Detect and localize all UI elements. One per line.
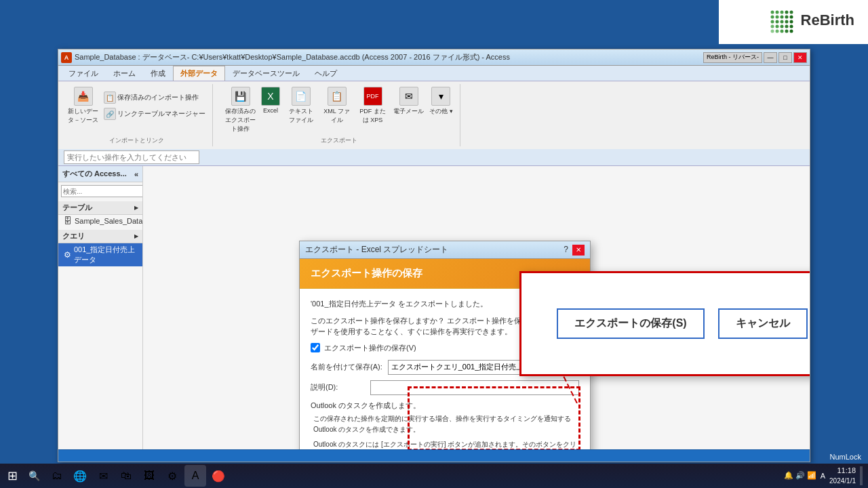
taskbar-app-chrome[interactable]: 🔴 — [208, 465, 229, 487]
other-label: その他 ▾ — [429, 107, 453, 116]
link-table-btn[interactable]: 🔗 リンクテーブルマネージャー — [102, 106, 207, 121]
rebirth-logo: ReBirth — [768, 7, 854, 34]
title-bar-controls: ReBirth - リバース- — □ ✕ — [703, 52, 807, 63]
taskbar-app-settings[interactable]: ⚙ — [161, 465, 183, 487]
sidebar-item-label: Sample_Sales_Data — [75, 217, 142, 225]
queries-section: クエリ ▸ ⚙ 001_指定日付売上データ — [58, 228, 142, 268]
svg-point-8 — [785, 16, 788, 19]
svg-point-21 — [775, 30, 778, 33]
queries-expand-icon[interactable]: ▸ — [134, 232, 138, 241]
access-app-icon: A — [61, 52, 72, 63]
sidebar-search: 🔍 — [58, 182, 142, 200]
tab-database-tools[interactable]: データベースツール — [225, 66, 307, 81]
ribbon-content: 📥 新しいデータ－ソース 📋 保存済みのインポート操作 🔗 リンクテーブルマネー… — [58, 81, 810, 149]
rebirth-indicator: ReBirth - リバース- — [703, 52, 762, 63]
excel-icon: X — [261, 87, 280, 106]
svg-point-20 — [770, 30, 774, 33]
other-export-btn[interactable]: ▾ その他 ▾ — [428, 85, 454, 117]
taskbar-app-explorer[interactable]: 🗂 — [46, 465, 68, 487]
import-group-label: インポートとリンク — [109, 136, 164, 145]
sidebar: すべての Access... « 🔍 テーブル ▸ 🗄 Sample_Sales — [58, 166, 143, 449]
new-datasource-btn[interactable]: 📥 新しいデータ－ソース — [66, 85, 100, 126]
excel-export-btn[interactable]: X Excel — [260, 85, 281, 115]
email-export-btn[interactable]: ✉ 電子メール — [392, 85, 425, 117]
xml-export-btn[interactable]: 📋 XML ファイル — [320, 85, 353, 126]
rebirth-text: ReBirth — [801, 12, 854, 29]
sidebar-search-input[interactable] — [61, 185, 143, 197]
overlay-cancel-btn[interactable]: キャンセル — [718, 308, 808, 339]
taskbar-app-access[interactable]: A — [184, 465, 206, 487]
start-button[interactable]: ⊞ — [0, 464, 24, 488]
dialog-header-title: エクスポート操作の保存 — [311, 267, 422, 279]
maximize-button[interactable]: □ — [778, 52, 792, 63]
tables-expand-icon[interactable]: ▸ — [134, 203, 138, 212]
desc-field-input[interactable] — [370, 380, 579, 395]
close-button[interactable]: ✕ — [793, 52, 807, 63]
title-bar-left: A Sample_Database : データベース- C:¥Users¥tka… — [61, 52, 510, 63]
taskbar: ⊞ 🔍 🗂 🌐 ✉ 🛍 🖼 ⚙ A 🔴 🔔 🔊 📶 A 11:18 2024/1… — [0, 464, 868, 488]
taskbar-app-edge[interactable]: 🌐 — [69, 465, 91, 487]
dialog-close-btn[interactable]: ✕ — [572, 245, 585, 256]
svg-point-14 — [789, 20, 793, 24]
svg-point-0 — [770, 11, 774, 14]
taskbar-time: 11:18 2024/1/1 — [829, 466, 856, 485]
pdf-label: PDF または XPS — [357, 107, 388, 125]
status-bar — [58, 449, 810, 462]
tab-help[interactable]: ヘルプ — [307, 66, 344, 81]
taskbar-app-store[interactable]: 🛍 — [115, 465, 137, 487]
taskbar-system-tray: 🔔 🔊 📶 — [784, 471, 816, 480]
text-export-btn[interactable]: 📄 テキスト ファイル — [284, 85, 317, 126]
save-export-checkbox[interactable] — [311, 343, 320, 352]
svg-point-15 — [770, 25, 774, 28]
dialog-help-btn[interactable]: ? — [561, 245, 571, 256]
tab-file[interactable]: ファイル — [61, 66, 106, 81]
tab-external-data[interactable]: 外部データ — [173, 66, 225, 81]
other-icon: ▾ — [431, 87, 450, 106]
svg-point-6 — [775, 16, 778, 19]
overlay-save-btn[interactable]: エクスポートの保存(S) — [557, 308, 704, 339]
new-datasource-label: 新しいデータ－ソース — [68, 107, 98, 125]
saved-imports-btn[interactable]: 📋 保存済みのインポート操作 — [102, 90, 207, 105]
tab-home[interactable]: ホーム — [106, 66, 143, 81]
ribbon-search-bar — [58, 149, 810, 166]
svg-point-2 — [780, 11, 783, 14]
svg-point-4 — [789, 11, 793, 14]
sidebar-collapse-icon[interactable]: « — [134, 170, 138, 178]
table-icon: 🗄 — [64, 216, 72, 226]
svg-point-24 — [789, 30, 793, 33]
svg-point-19 — [789, 25, 793, 28]
tab-create[interactable]: 作成 — [143, 66, 173, 81]
text-label: テキスト ファイル — [285, 107, 316, 125]
taskbar-app-photos[interactable]: 🖼 — [138, 465, 160, 487]
svg-point-9 — [789, 16, 793, 19]
taskbar-app-mail[interactable]: ✉ — [92, 465, 114, 487]
svg-point-10 — [770, 20, 774, 24]
svg-point-1 — [775, 11, 778, 14]
sidebar-item-query-001[interactable]: ⚙ 001_指定日付売上データ — [58, 243, 142, 266]
svg-point-13 — [785, 20, 788, 24]
saved-exports-label: 保存済みのエクスポート操作 — [225, 107, 256, 134]
sidebar-header-text: すべての Access... — [62, 169, 127, 179]
access-window: A Sample_Database : データベース- C:¥Users¥tka… — [58, 49, 810, 462]
desc-field-label: 説明(D): — [311, 382, 365, 392]
saved-exports-btn[interactable]: 💾 保存済みのエクスポート操作 — [224, 85, 257, 135]
link-table-icon: 🔗 — [104, 108, 116, 120]
svg-point-12 — [780, 20, 783, 24]
sidebar-item-sample-sales[interactable]: 🗄 Sample_Sales_Data — [58, 215, 142, 227]
ribbon-tabs: ファイル ホーム 作成 外部データ データベースツール ヘルプ — [58, 66, 810, 81]
svg-point-17 — [780, 25, 783, 28]
show-desktop-btn[interactable] — [860, 466, 863, 485]
dialog-title-bar: エクスポート - Excel スプレッドシート ? ✕ — [300, 241, 590, 259]
ribbon-search-input[interactable] — [64, 150, 199, 164]
desktop: ReBirth A Sample_Database : データベース- C:¥U… — [0, 0, 868, 488]
svg-point-18 — [785, 25, 788, 28]
name-field-label: 名前を付けて保存(A): — [311, 362, 382, 372]
minimize-button[interactable]: — — [764, 52, 777, 63]
pdf-export-btn[interactable]: PDF PDF または XPS — [356, 85, 389, 126]
main-area: すべての Access... « 🔍 テーブル ▸ 🗄 Sample_Sales — [58, 166, 810, 449]
svg-point-11 — [775, 20, 778, 24]
queries-section-header: クエリ ▸ — [58, 230, 142, 243]
taskbar-search-btn[interactable]: 🔍 — [26, 468, 42, 484]
outlook-section-text: Outlook のタスクを作成します。 — [311, 401, 579, 411]
email-icon: ✉ — [399, 87, 418, 106]
